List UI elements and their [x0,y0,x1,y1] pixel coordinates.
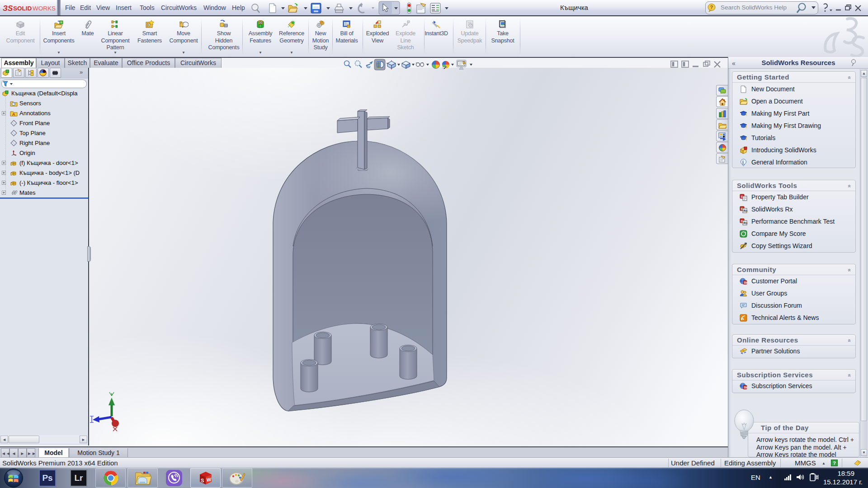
svg-text:?: ? [710,5,713,10]
svg-text:i: i [742,160,744,164]
svg-text:Rx: Rx [744,221,748,225]
svg-text:SW: SW [744,386,748,389]
svg-text:SW: SW [744,281,748,284]
svg-text:ЗS: ЗS [3,4,13,13]
svg-text:WORKS: WORKS [33,5,56,12]
svg-text:S: S [201,478,204,483]
svg-text:SOLID: SOLID [13,5,32,12]
svg-text:Rx: Rx [744,209,748,213]
svg-text:A: A [12,112,15,117]
svg-text:W: W [207,477,212,483]
